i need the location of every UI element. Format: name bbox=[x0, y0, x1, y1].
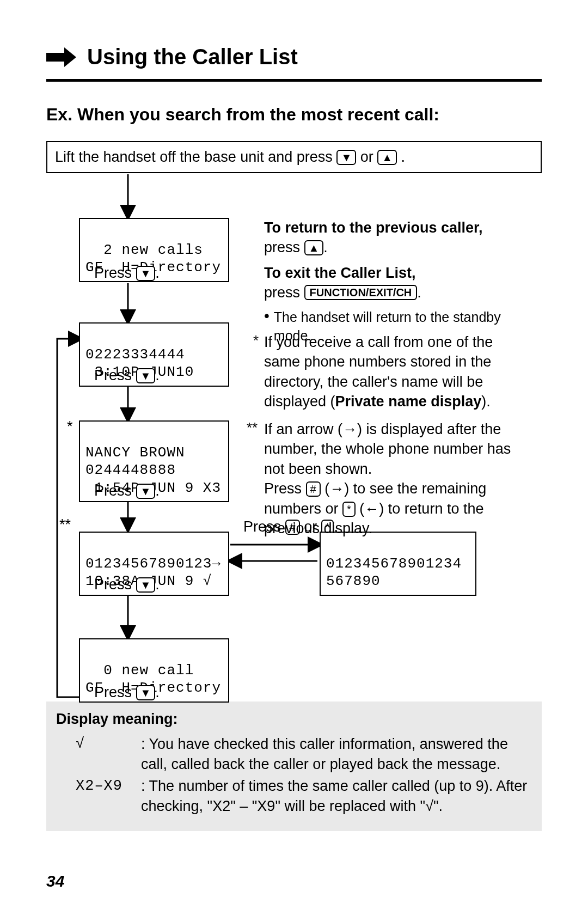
caption-press-3: Press ▼. bbox=[94, 483, 160, 499]
meaning-row: X2–X9 : The number of times the same cal… bbox=[76, 776, 532, 816]
right-instructions: To return to the previous caller, press … bbox=[264, 218, 530, 345]
down-button-icon: ▼ bbox=[136, 484, 156, 499]
footnote-2-text-b-pre: Press bbox=[264, 480, 306, 497]
period: . bbox=[155, 265, 160, 281]
press-word: Press bbox=[94, 684, 136, 700]
screen3-line2: 0244448888 bbox=[85, 462, 176, 478]
footnote-1-bold: Private name display bbox=[335, 393, 482, 410]
screen3-line1: NANCY BROWN bbox=[85, 444, 185, 461]
meaning-text-0: You have checked this caller information… bbox=[141, 736, 508, 772]
meaning-row: √ : You have checked this caller informa… bbox=[76, 734, 532, 774]
press-word: Press bbox=[94, 367, 136, 383]
caption-press-1: Press ▼. bbox=[94, 265, 160, 282]
screen1-line1: 2 new calls bbox=[85, 242, 203, 258]
screen5-line1: 0 new call bbox=[85, 662, 194, 679]
screen4b-line2: 567890 bbox=[326, 573, 381, 589]
meaning-sym-0: √ bbox=[76, 736, 85, 752]
return-prev-text-post: . bbox=[323, 239, 328, 255]
page-title-row: Using the Caller List bbox=[46, 45, 542, 69]
screen4-line1: 01234567890123→ bbox=[85, 556, 221, 572]
caption-press-5: Press ▼. bbox=[94, 684, 160, 701]
press-word: Press bbox=[94, 576, 136, 593]
period: . bbox=[155, 367, 160, 383]
up-button-icon: ▲ bbox=[304, 240, 324, 255]
footnote-2: ** If an arrow (→) is displayed after th… bbox=[264, 419, 530, 539]
caption-press-4: Press ▼. bbox=[94, 576, 160, 593]
down-button-icon: ▼ bbox=[136, 266, 156, 281]
period: . bbox=[155, 483, 160, 499]
screen4b-line1: 012345678901234 bbox=[326, 556, 462, 572]
page-title: Using the Caller List bbox=[87, 45, 298, 69]
return-prev-text-pre: press bbox=[264, 239, 304, 255]
intro-or: or bbox=[360, 149, 378, 165]
down-button-icon: ▼ bbox=[136, 577, 156, 593]
intro-text-prefix: Lift the handset off the base unit and p… bbox=[55, 149, 336, 165]
hash-button-icon: # bbox=[306, 481, 321, 497]
page-number: 34 bbox=[46, 872, 64, 890]
press-word: Press bbox=[94, 483, 136, 499]
exit-list-text-pre: press bbox=[264, 284, 304, 301]
display-meaning-heading: Display meaning: bbox=[56, 709, 532, 729]
flow-area: 2 new calls GF H=Directory Press ▼. 0222… bbox=[46, 179, 542, 701]
exit-list-heading: To exit the Caller List, bbox=[264, 265, 416, 281]
function-exit-ch-button: FUNCTION/EXIT/CH bbox=[304, 285, 418, 300]
footnote-2-mark: ** bbox=[247, 418, 258, 437]
footnote-1-text-b: ). bbox=[481, 393, 491, 410]
meaning-sym-1: X2–X9 bbox=[76, 778, 122, 794]
intro-box: Lift the handset off the base unit and p… bbox=[46, 141, 542, 173]
return-prev-heading: To return to the previous caller, bbox=[264, 219, 483, 236]
period: . bbox=[155, 576, 160, 593]
footnote-2-text-a: If an arrow (→) is displayed after the n… bbox=[264, 421, 511, 477]
subtitle: Ex. When you search from the most recent… bbox=[46, 105, 542, 125]
down-button-icon: ▼ bbox=[336, 150, 356, 165]
display-meaning-panel: Display meaning: √ : You have checked th… bbox=[46, 701, 542, 831]
down-button-icon: ▼ bbox=[136, 368, 156, 383]
asterisk-single: * bbox=[67, 418, 73, 435]
star-button-icon: * bbox=[342, 502, 356, 517]
press-word: Press bbox=[94, 265, 136, 281]
asterisk-double: ** bbox=[59, 516, 71, 533]
manual-page: Using the Caller List Ex. When you searc… bbox=[0, 0, 588, 909]
screen2-line1: 02223334444 bbox=[85, 346, 185, 363]
exit-list-text-post: . bbox=[417, 284, 421, 301]
up-button-icon: ▲ bbox=[377, 150, 397, 165]
intro-end: . bbox=[401, 149, 406, 165]
down-button-icon: ▼ bbox=[136, 685, 156, 700]
screen-caller-long-scrolled: 012345678901234 567890 bbox=[320, 532, 476, 596]
meaning-text-1: The number of times the same caller call… bbox=[141, 778, 527, 814]
footnote-1: * If you receive a call from one of the … bbox=[264, 332, 530, 412]
caption-press-2: Press ▼. bbox=[94, 367, 160, 384]
section-arrow-icon bbox=[46, 47, 76, 67]
period: . bbox=[155, 684, 160, 700]
horizontal-rule bbox=[46, 79, 542, 82]
footnote-1-mark: * bbox=[253, 331, 259, 350]
